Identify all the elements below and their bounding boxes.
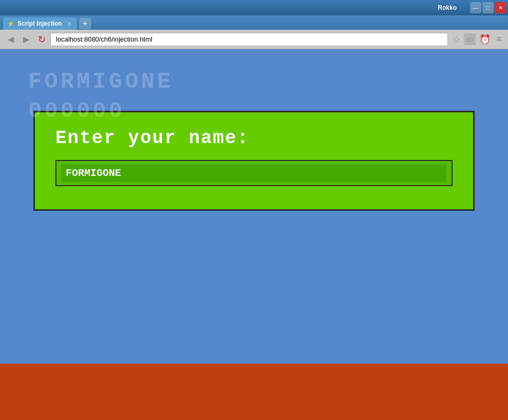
input-wrapper [55,160,453,186]
address-input[interactable] [50,33,448,46]
forward-button[interactable]: ▶ [19,33,33,46]
username-label: Rokko [438,4,457,11]
navbar: ◀ ▶ ↻ ☆ ▭ ⏰ ≡ [0,30,508,49]
minimize-button[interactable]: — [470,2,481,13]
watermark-line1: FORMIGONE [28,67,173,96]
name-input[interactable] [62,164,446,182]
reload-button[interactable]: ↻ [35,33,48,46]
bookmark-icon[interactable]: ☆ [450,33,462,46]
cast-icon[interactable]: ▭ [464,33,476,45]
new-tab-button[interactable]: + [79,18,91,29]
tab-close-icon[interactable]: ✕ [67,21,72,27]
maximize-button[interactable]: □ [482,2,494,13]
tab-bar: ⚡ Script Injection ✕ + [0,15,508,30]
form-label: Enter your name: [55,128,453,149]
alarm-icon[interactable]: ⏰ [477,33,493,46]
ground-bar [0,364,508,420]
active-tab[interactable]: ⚡ Script Injection ✕ [3,17,77,30]
menu-icon[interactable]: ≡ [494,33,504,46]
back-button[interactable]: ◀ [4,33,17,46]
page-content: FORMIGONE 000000 Enter your name: [0,49,508,420]
window-controls: — □ ✕ [470,2,506,13]
tab-title: Script Injection [17,20,62,27]
form-container: Enter your name: [33,111,475,211]
close-button[interactable]: ✕ [495,2,506,13]
titlebar: Rokko — □ ✕ [0,0,508,15]
